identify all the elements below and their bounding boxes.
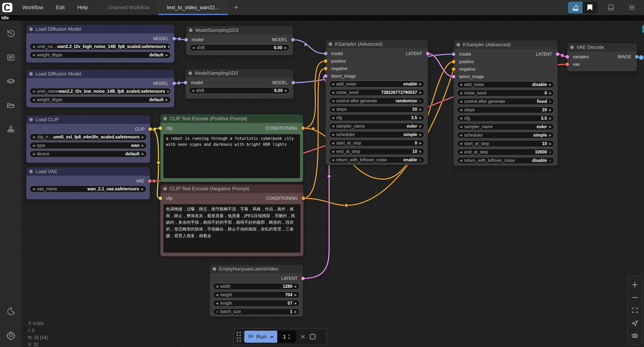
widget-decrement-icon[interactable]: ◀	[332, 99, 334, 103]
load-vae-output-VAE[interactable]	[148, 179, 152, 183]
collapse-dot[interactable]	[29, 118, 33, 122]
widget-increment-icon[interactable]: ▶	[420, 158, 422, 162]
ksampler-advanced-1-widget-steps[interactable]: ◀steps20▶	[329, 106, 424, 113]
clip-text-encode-positive-output-CONDITIONING[interactable]	[301, 126, 305, 130]
load-diffusion-model-1-output-MODEL[interactable]	[172, 37, 176, 40]
clip-text-encode-positive-prompt-textarea[interactable]: a robot is running through a futuristic …	[163, 134, 300, 178]
reroute-dot[interactable]	[153, 128, 156, 131]
widget-increment-icon[interactable]: ▶	[420, 82, 422, 86]
vae-decode-output-IMAGE[interactable]	[635, 55, 638, 59]
menu-help[interactable]: Help	[71, 0, 94, 15]
zoom-in-button[interactable]	[631, 281, 639, 289]
widget-increment-icon[interactable]: ▶	[549, 116, 552, 120]
sidebar-history-button[interactable]	[3, 26, 19, 42]
collapse-dot[interactable]	[570, 46, 574, 49]
empty-hunyuan-latent-video-widget-width[interactable]: ◀width1280▶	[213, 283, 300, 290]
ksampler-advanced-1-widget-return_with_leftover_noise[interactable]: ◀return_with_leftover_noiseenable▶	[329, 156, 424, 164]
stop-button[interactable]	[310, 334, 316, 340]
ksampler-advanced-1-input-latent_image[interactable]	[324, 74, 328, 78]
widget-decrement-icon[interactable]: ◀	[192, 46, 194, 50]
model-sampling-sd3-1-input-model[interactable]	[184, 38, 188, 42]
zoom-out-button[interactable]	[631, 294, 639, 302]
sidebar-workflows-button[interactable]	[3, 98, 19, 114]
load-diffusion-model-2-widget-weight_dtype[interactable]: ◀weight_dtypedefault▶	[30, 96, 171, 103]
widget-increment-icon[interactable]: ▶	[167, 90, 170, 93]
ksampler-advanced-2-input-model[interactable]	[452, 52, 455, 56]
widget-decrement-icon[interactable]: ◀	[460, 83, 462, 86]
batch-count-input[interactable]: 1 ∧∨	[277, 331, 296, 343]
ksampler-advanced-2-widget-end_at_step[interactable]: ◀end_at_step10000▶	[457, 148, 554, 156]
widget-decrement-icon[interactable]: ◀	[216, 293, 218, 296]
collapse-dot[interactable]	[163, 117, 167, 120]
graph-canvas[interactable]: Load Diffusion ModelMODEL◀unet_na ...wan…	[0, 0, 644, 347]
empty-hunyuan-latent-video-widget-height[interactable]: ◀height704▶	[213, 291, 300, 298]
reroute-dot[interactable]	[157, 161, 160, 164]
navigate-button[interactable]	[631, 319, 639, 327]
ksampler-advanced-1-widget-control-after-generate[interactable]: ◀control after generaterandomize▶	[329, 98, 424, 104]
load-clip-widget-clip_n-[interactable]: ◀clip_n ...umt5_xxl_fp8_e4m3fn_scaled.sa…	[30, 134, 147, 140]
sidebar-node-map-button[interactable]	[3, 122, 19, 138]
empty-hunyuan-latent-video-output-LATENT[interactable]	[301, 277, 305, 280]
widget-decrement-icon[interactable]: ◀	[332, 108, 334, 111]
reroute-dot[interactable]	[312, 127, 315, 130]
ksampler-advanced-1-input-model[interactable]	[324, 52, 328, 56]
ksampler-advanced-2-widget-return_with_leftover_noise[interactable]: ◀return_with_leftover_noisedisable▶	[457, 157, 554, 164]
widget-decrement-icon[interactable]: ◀	[192, 89, 194, 92]
node-clip-text-encode-positive[interactable]: CLIP Text Encode (Positive Prompt)clipCO…	[160, 114, 303, 182]
widget-increment-icon[interactable]: ▶	[420, 124, 422, 128]
load-diffusion-model-1-header[interactable]: Load Diffusion Model	[26, 25, 174, 33]
node-load-diffusion-model-1[interactable]: Load Diffusion ModelMODEL◀unet_na ...wan…	[26, 25, 174, 62]
empty-hunyuan-latent-video-header[interactable]: EmptyHunyuanLatentVideo	[210, 264, 303, 273]
ksampler-advanced-1-header[interactable]: KSampler (Advanced)	[326, 40, 428, 48]
model-sampling-sd3-1-output-MODEL[interactable]	[291, 38, 295, 42]
widget-increment-icon[interactable]: ▶	[420, 141, 422, 145]
node-clip-text-encode-negative[interactable]: CLIP Text Encode (Negative Prompt)clipCO…	[160, 184, 304, 256]
reroute-dot[interactable]	[304, 43, 308, 46]
load-vae-widget-vae_name[interactable]: ◀vae_namewan_2.1_vae.safetensors▶	[30, 186, 146, 192]
main-menu-button[interactable]	[624, 2, 639, 13]
widget-decrement-icon[interactable]: ◀	[32, 135, 35, 139]
collapse-dot[interactable]	[163, 187, 167, 190]
bookmark-button[interactable]	[582, 2, 597, 13]
collapse-dot[interactable]	[456, 43, 460, 46]
ksampler-advanced-2-input-positive[interactable]	[452, 60, 455, 64]
panel-layout-button[interactable]	[604, 2, 618, 13]
widget-decrement-icon[interactable]: ◀	[32, 187, 35, 191]
ksampler-advanced-2-header[interactable]: KSampler (Advanced)	[454, 40, 558, 49]
reroute-dot[interactable]	[639, 55, 644, 60]
widget-decrement-icon[interactable]: ◀	[460, 100, 462, 103]
widget-increment-icon[interactable]: ▶	[420, 91, 422, 94]
reroute-dot[interactable]	[561, 54, 564, 57]
clip-text-encode-positive-input-clip[interactable]	[159, 126, 162, 130]
ksampler-advanced-2-input-negative[interactable]	[452, 68, 455, 71]
theme-toggle-button[interactable]	[3, 303, 19, 319]
ksampler-advanced-2-widget-scheduler[interactable]: ◀schedulersimple▶	[457, 132, 554, 139]
tab-unsaved-workflow[interactable]: Unsaved Workflow	[99, 0, 158, 15]
model-sampling-sd3-2-output-MODEL[interactable]	[292, 81, 295, 84]
widget-increment-icon[interactable]: ▶	[549, 91, 552, 95]
widget-increment-icon[interactable]: ▶	[549, 142, 552, 146]
empty-hunyuan-latent-video-widget-batch_size[interactable]: ◀batch_size1▶	[213, 308, 300, 315]
widget-increment-icon[interactable]: ▶	[142, 144, 144, 147]
ksampler-advanced-2-widget-start_at_step[interactable]: ◀start_at_step10▶	[457, 140, 554, 147]
node-load-clip[interactable]: Load CLIPCLIP◀clip_n ...umt5_xxl_fp8_e4m…	[26, 115, 150, 163]
widget-increment-icon[interactable]: ▶	[549, 125, 552, 128]
reroute-dot[interactable]	[345, 204, 348, 207]
load-diffusion-model-2-header[interactable]: Load Diffusion Model	[26, 70, 174, 78]
load-diffusion-model-1-widget-unet_na-[interactable]: ◀unet_na ...wan2.2_t2v_high_noise_14B_fp…	[30, 43, 171, 50]
node-empty-hunyuan-latent-video[interactable]: EmptyHunyuanLatentVideoLATENT◀width1280▶…	[210, 264, 303, 317]
widget-increment-icon[interactable]: ▶	[549, 159, 552, 162]
vae-decode-input-vae[interactable]	[566, 62, 569, 66]
run-button[interactable]: Run	[244, 331, 277, 343]
widget-increment-icon[interactable]: ▶	[549, 83, 552, 86]
widget-decrement-icon[interactable]: ◀	[32, 45, 35, 48]
menu-edit[interactable]: Edit	[50, 0, 71, 15]
widget-decrement-icon[interactable]: ◀	[460, 159, 462, 162]
widget-increment-icon[interactable]: ▶	[420, 150, 422, 153]
widget-decrement-icon[interactable]: ◀	[460, 150, 462, 154]
settings-button[interactable]	[3, 327, 19, 343]
widget-decrement-icon[interactable]: ◀	[460, 108, 462, 112]
collapse-dot[interactable]	[328, 42, 332, 46]
widget-decrement-icon[interactable]: ◀	[332, 124, 334, 128]
node-ksampler-advanced-2[interactable]: KSampler (Advanced)modelLATENTpositivene…	[454, 40, 558, 166]
